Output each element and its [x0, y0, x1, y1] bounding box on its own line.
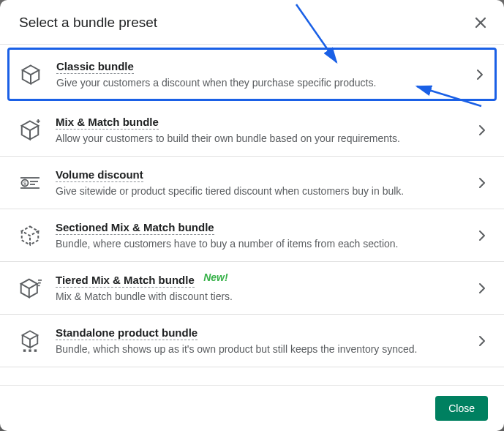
preset-text: Sectioned Mix & Match bundle Bundle, whe…	[56, 221, 463, 250]
cube-icon	[18, 64, 43, 86]
preset-title: Volume discount	[56, 168, 143, 182]
preset-title: Sectioned Mix & Match bundle	[56, 221, 214, 235]
new-badge: New!	[203, 271, 227, 283]
preset-volume-discount[interactable]: $ Volume discount Give sitewide or produ…	[0, 157, 504, 209]
preset-desc: Bundle, which shows up as it's own produ…	[56, 343, 463, 355]
tiered-discount-icon: $	[18, 176, 42, 190]
preset-text: Classic bundle Give your customers a dis…	[56, 60, 461, 89]
preset-desc: Allow your customers to build their own …	[56, 132, 463, 144]
svg-rect-9	[23, 349, 26, 351]
preset-sectioned-mix-match[interactable]: Sectioned Mix & Match bundle Bundle, whe…	[0, 209, 504, 262]
chevron-right-icon	[474, 69, 486, 80]
sectioned-cube-icon	[18, 225, 42, 247]
chevron-right-icon	[476, 124, 488, 136]
tiered-cube-icon	[18, 277, 42, 299]
modal-title: Select a bundle preset	[19, 15, 157, 31]
preset-text: Tiered Mix & Match bundle New! Mix & Mat…	[56, 274, 463, 302]
preset-title: Classic bundle	[56, 60, 134, 74]
preset-tiered-mix-match[interactable]: Tiered Mix & Match bundle New! Mix & Mat…	[0, 262, 504, 315]
preset-desc: Mix & Match bundle with discount tiers.	[56, 291, 463, 302]
preset-title: Tiered Mix & Match bundle	[56, 274, 195, 288]
preset-title: Mix & Match bundle	[56, 116, 159, 130]
preset-desc: Give your customers a discount when they…	[56, 77, 461, 89]
close-button[interactable]: Close	[435, 396, 488, 421]
chevron-right-icon	[476, 335, 488, 347]
preset-desc: Bundle, where customers have to buy a nu…	[56, 238, 463, 250]
preset-text: Volume discount Give sitewide or product…	[56, 168, 463, 197]
svg-rect-10	[29, 349, 31, 351]
cube-plus-icon	[18, 119, 42, 141]
preset-standalone-product[interactable]: Standalone product bundle Bundle, which …	[0, 315, 504, 367]
preset-title: Standalone product bundle	[56, 326, 198, 340]
chevron-right-icon	[476, 282, 488, 294]
svg-text:$: $	[23, 181, 26, 186]
preset-text: Standalone product bundle Bundle, which …	[56, 326, 463, 355]
chevron-right-icon	[476, 230, 488, 241]
preset-text: Mix & Match bundle Allow your customers …	[56, 116, 463, 144]
standalone-cube-icon	[18, 329, 42, 353]
svg-rect-11	[34, 349, 37, 351]
preset-desc: Give sitewide or product specific tiered…	[56, 185, 463, 197]
preset-mix-match-bundle[interactable]: Mix & Match bundle Allow your customers …	[0, 104, 504, 157]
close-icon[interactable]	[473, 15, 488, 30]
modal-footer: Close	[0, 385, 504, 431]
preset-classic-bundle[interactable]: Classic bundle Give your customers a dis…	[7, 48, 497, 101]
chevron-right-icon	[476, 177, 488, 189]
modal: Select a bundle preset Classic bundle Gi…	[0, 0, 504, 431]
preset-list: Classic bundle Give your customers a dis…	[0, 45, 504, 385]
modal-header: Select a bundle preset	[0, 0, 504, 45]
